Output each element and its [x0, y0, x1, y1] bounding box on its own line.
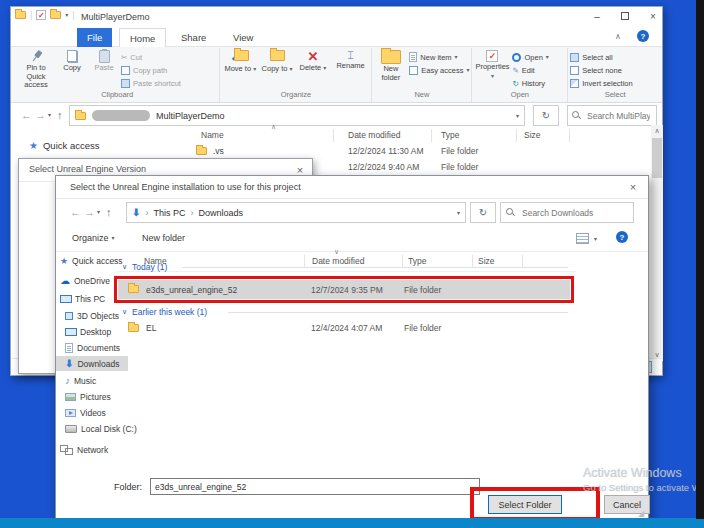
rename-button[interactable]: ⌶Rename: [332, 50, 370, 71]
select-none-button[interactable]: Select none: [570, 64, 632, 76]
sidebar-item-network[interactable]: Network: [60, 443, 108, 457]
column-date-modified[interactable]: Date modified: [348, 130, 400, 140]
paste-button[interactable]: Paste: [89, 50, 119, 73]
open-group-label: Open: [474, 90, 565, 100]
collapse-ribbon-icon[interactable]: ∧: [615, 32, 621, 41]
breadcrumb-this-pc[interactable]: This PC: [153, 208, 185, 218]
sidebar-item-videos[interactable]: Videos: [65, 406, 106, 420]
copy-to-button[interactable]: Copy to ▾: [260, 50, 294, 73]
back-icon[interactable]: ←: [21, 109, 32, 121]
properties-button[interactable]: ✓Properties ▾: [474, 50, 510, 80]
column-size[interactable]: Size: [478, 256, 495, 266]
folder-icon[interactable]: [50, 11, 61, 19]
tab-home[interactable]: Home: [119, 28, 166, 47]
chevron-down-icon[interactable]: ▾: [594, 236, 597, 242]
picture-icon: [65, 393, 76, 401]
collapse-group-icon[interactable]: ∨: [122, 263, 127, 271]
breadcrumb[interactable]: MultiPlayerDemo ▾: [69, 105, 525, 126]
tab-view[interactable]: View: [223, 28, 263, 47]
search-input[interactable]: [520, 207, 628, 219]
tab-share[interactable]: Share: [171, 28, 216, 47]
open-button[interactable]: Open▾: [512, 51, 548, 63]
minimize-button[interactable]: –: [585, 7, 609, 25]
chevron-down-icon[interactable]: ▾: [97, 209, 100, 215]
breadcrumb[interactable]: ⬇ › This PC › Downloads ▾: [126, 202, 466, 223]
column-date-modified[interactable]: Date modified: [312, 256, 364, 266]
chevron-down-icon[interactable]: ▾: [48, 112, 51, 118]
sidebar-item-local-disk[interactable]: Local Disk (C:): [65, 422, 137, 436]
help-icon[interactable]: ?: [616, 231, 628, 243]
copy-button[interactable]: Copy: [57, 50, 87, 73]
group-header[interactable]: Earlier this week (1): [132, 307, 207, 317]
window-title: MultiPlayerDemo: [81, 12, 150, 22]
sidebar-item-3d-objects[interactable]: 3D Objects: [65, 309, 119, 323]
column-type[interactable]: Type: [441, 130, 459, 140]
select-all-button[interactable]: Select all: [570, 51, 632, 63]
chevron-down-icon[interactable]: ▾: [516, 113, 519, 119]
sidebar-item-downloads[interactable]: ⬇Downloads: [65, 357, 119, 371]
cut-button[interactable]: ✂Cut: [121, 51, 181, 63]
up-icon[interactable]: ↑: [106, 206, 112, 218]
column-name[interactable]: Name: [201, 130, 224, 140]
chevron-down-icon[interactable]: ▾: [65, 12, 68, 18]
invert-selection-button[interactable]: Invert selection: [570, 77, 632, 89]
video-icon: [65, 409, 76, 417]
new-item-button[interactable]: New item▾: [409, 51, 469, 63]
column-size[interactable]: Size: [524, 130, 541, 140]
scrollbar-thumb[interactable]: [652, 138, 662, 178]
view-mode-icon[interactable]: [576, 233, 589, 244]
scrollbar[interactable]: ∧ ∨: [651, 125, 663, 361]
copy-path-button[interactable]: Copy path: [121, 64, 181, 76]
delete-icon: ✕: [307, 50, 318, 63]
easy-access-icon: [409, 66, 418, 75]
easy-access-button[interactable]: Easy access▾: [409, 64, 469, 76]
maximize-button[interactable]: [613, 7, 637, 25]
annotation-red-box-select: [470, 487, 600, 521]
close-icon[interactable]: ×: [624, 179, 642, 195]
file-date: 12/2/2024 11:30 AM: [348, 146, 423, 156]
move-to-button[interactable]: ⬅Move to ▾: [222, 50, 258, 73]
edit-button[interactable]: ✎Edit: [512, 64, 548, 76]
ribbon: Pin to Quick access Copy Paste ✂Cut Copy…: [11, 47, 662, 103]
help-icon[interactable]: ?: [637, 30, 649, 42]
breadcrumb-path[interactable]: MultiPlayerDemo: [156, 111, 225, 121]
chevron-down-icon[interactable]: ▾: [457, 210, 460, 216]
star-icon: ★: [60, 257, 68, 266]
folder-icon: [196, 147, 207, 155]
close-button[interactable]: ×: [641, 7, 665, 25]
sidebar-item-quick-access[interactable]: ★ Quick access: [29, 140, 99, 151]
sidebar-item-documents[interactable]: Documents: [65, 341, 120, 355]
refresh-button[interactable]: ↻: [470, 202, 496, 223]
group-header[interactable]: Today (1): [132, 262, 167, 272]
up-icon[interactable]: ↑: [57, 109, 63, 121]
new-folder-button[interactable]: New folder: [374, 50, 407, 82]
delete-button[interactable]: ✕Delete ▾: [296, 50, 330, 73]
breadcrumb-downloads[interactable]: Downloads: [198, 208, 243, 218]
checkmark-icon[interactable]: ✓: [36, 10, 46, 20]
resize-grip[interactable]: ◢: [638, 509, 644, 518]
pin-to-quick-access-button[interactable]: Pin to Quick access: [17, 50, 55, 90]
folder-name-field[interactable]: [150, 478, 480, 495]
organize-button[interactable]: Organize▾: [72, 233, 115, 243]
search-input[interactable]: [585, 110, 652, 122]
new-folder-button[interactable]: New folder: [142, 233, 185, 243]
folder-name-input[interactable]: [151, 479, 479, 494]
sidebar-item-pictures[interactable]: Pictures: [65, 390, 111, 404]
paste-shortcut-button[interactable]: Paste shortcut: [121, 77, 181, 89]
sidebar-item-desktop[interactable]: Desktop: [65, 325, 111, 339]
back-icon[interactable]: ←: [70, 206, 81, 218]
forward-icon[interactable]: →: [84, 206, 95, 218]
tab-file[interactable]: File: [77, 28, 112, 47]
sidebar-item-this-pc[interactable]: This PC: [60, 292, 105, 306]
scroll-up-icon[interactable]: ∧: [651, 125, 663, 137]
search-box[interactable]: [567, 105, 657, 126]
search-box[interactable]: [500, 202, 634, 223]
collapse-group-icon[interactable]: ∨: [122, 308, 127, 316]
sidebar-item-onedrive[interactable]: ☁OneDrive: [60, 274, 110, 288]
history-button[interactable]: ↻History: [512, 77, 548, 89]
forward-icon[interactable]: →: [35, 109, 46, 121]
column-type[interactable]: Type: [408, 256, 426, 266]
refresh-button[interactable]: ↻: [533, 105, 559, 126]
sidebar-item-music[interactable]: ♪Music: [65, 374, 96, 388]
sidebar-item-quick-access[interactable]: ★Quick access: [60, 254, 123, 268]
